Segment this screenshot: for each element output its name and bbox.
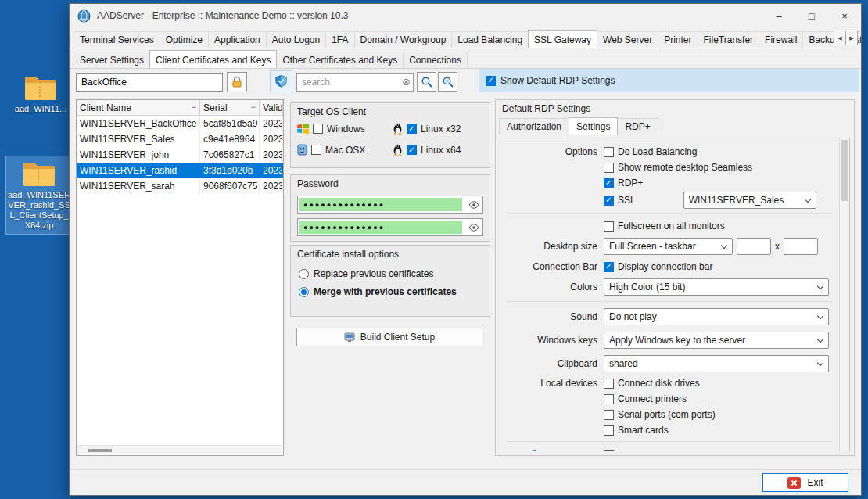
show-default-rdp-checkbox[interactable] [486, 76, 496, 86]
sound-select[interactable]: Do not play [604, 308, 829, 325]
option-fullscreen-all-monitors[interactable]: Fullscreen on all monitors [604, 221, 832, 232]
option-themes[interactable]: Themes [604, 449, 832, 451]
tab-connections[interactable]: Connections [403, 52, 468, 68]
seamless-checkbox[interactable] [604, 163, 614, 173]
titlebar[interactable]: AADServer - Enterprise :: Maintenance De… [70, 4, 861, 27]
lock-button[interactable] [227, 72, 247, 92]
option-connect-disk-drives[interactable]: Connect disk drives [604, 378, 832, 389]
size-width-input[interactable] [737, 238, 771, 255]
tab-optimize[interactable]: Optimize [160, 31, 209, 48]
show-password-button[interactable] [464, 219, 482, 235]
tab-1fa[interactable]: 1FA [325, 31, 354, 48]
column-header-valid[interactable]: Valid ≡ [260, 100, 283, 115]
password-field-1[interactable]: ●●●●●●●●●●●●●● [297, 196, 483, 214]
size-height-input[interactable] [784, 238, 818, 255]
display-connection-bar-checkbox[interactable] [604, 262, 614, 272]
mac-osx-checkbox[interactable] [311, 145, 321, 155]
build-client-setup-button[interactable]: Build Client Setup [296, 328, 482, 346]
option-seamless[interactable]: Show remote desktop Seamless [604, 162, 832, 173]
themes-checkbox[interactable] [604, 450, 614, 452]
tab-scroll-left-button[interactable]: ◀ [834, 31, 846, 45]
table-row[interactable]: WIN11SERVER_BackOffice 5caf851d5a9 2023- [77, 116, 283, 131]
connect-printers-checkbox[interactable] [604, 394, 614, 404]
desktop-shortcut-zip-1[interactable]: aad_WIN11... [11, 70, 70, 117]
colors-select[interactable]: High Color (15 bit) [604, 278, 829, 296]
do-load-balancing-checkbox[interactable] [604, 147, 614, 157]
client-name-input[interactable] [76, 73, 223, 92]
vertical-scrollbar[interactable] [839, 138, 849, 451]
connect-disk-drives-checkbox[interactable] [604, 379, 614, 389]
tab-ssl-gateway[interactable]: SSL Gateway [528, 30, 597, 48]
tab-client-certificates[interactable]: Client Certificates and Keys [149, 50, 277, 68]
tab-load-balancing[interactable]: Load Balancing [451, 31, 529, 48]
tab-printer[interactable]: Printer [658, 31, 698, 48]
password-field-2[interactable]: ●●●●●●●●●●●●●● [297, 218, 483, 236]
table-row[interactable]: WIN11SERVER_john 7c065827c1 2023- [77, 147, 283, 163]
ssl-certificate-select[interactable]: WIN11SERVER_Sales [683, 192, 816, 209]
option-smart-cards[interactable]: Smart cards [604, 425, 832, 436]
windows-keys-select[interactable]: Apply Windows key to the server [604, 332, 829, 349]
certificate-shield-button[interactable] [270, 70, 292, 92]
linux-x64-checkbox[interactable] [407, 145, 417, 155]
table-row[interactable]: WIN11SERVER_Sales c9e41e8964 2023- [77, 131, 283, 147]
desktop-shortcut-zip-2[interactable]: aad_WIN11SERVER_rashid_SSL_ClientSetup_X… [6, 156, 72, 234]
windows-checkbox[interactable] [313, 124, 323, 134]
os-option-linux-x64[interactable]: Linux x64 [393, 144, 490, 156]
tab-server-settings[interactable]: Server Settings [74, 52, 150, 68]
tab-domain-workgroup[interactable]: Domain / Workgroup [354, 31, 453, 48]
performance-radio[interactable] [529, 450, 540, 452]
tab-settings[interactable]: Settings [569, 117, 618, 135]
option-ssl[interactable]: SSL WIN11SERVER_Sales [604, 192, 832, 209]
option-connect-printers[interactable]: Connect printers [604, 393, 832, 404]
option-do-load-balancing[interactable]: Do Load Balancing [604, 146, 832, 157]
horizontal-scrollbar-thumb[interactable] [88, 449, 112, 452]
horizontal-scrollbar[interactable] [77, 445, 282, 454]
maximize-button[interactable]: □ [795, 4, 828, 27]
os-option-linux-x32[interactable]: Linux x32 [393, 123, 490, 135]
tab-auto-logon[interactable]: Auto Logon [266, 31, 326, 48]
smart-cards-checkbox[interactable] [604, 425, 614, 436]
tab-other-certificates[interactable]: Other Certificates and Keys [276, 52, 404, 68]
sort-icon[interactable]: ≡ [249, 103, 256, 112]
tab-filetransfer[interactable]: FileTransfer [698, 31, 760, 48]
search-button[interactable] [417, 72, 436, 92]
radio-merge-certificates[interactable]: Merge with previous certificates [299, 286, 490, 297]
option-rdp-plus[interactable]: RDP+ [604, 178, 832, 188]
column-header-serial[interactable]: Serial ≡ [200, 100, 260, 115]
close-button[interactable]: × [828, 4, 861, 27]
fullscreen-checkbox[interactable] [604, 221, 614, 232]
ssl-checkbox[interactable] [604, 196, 614, 206]
exit-button[interactable]: Exit [762, 473, 848, 492]
tab-firewall[interactable]: Firewall [759, 31, 803, 48]
os-option-mac-osx[interactable]: Mac OSX [297, 144, 393, 156]
table-row-selected[interactable]: WIN11SERVER_rashid 3f3d1d020b 2023- [77, 163, 283, 178]
password-confirm-value[interactable]: ●●●●●●●●●●●●●● [299, 221, 462, 234]
column-header-client-name[interactable]: Client Name ≡ [77, 100, 200, 115]
option-performance[interactable]: Performance [500, 449, 604, 451]
sort-icon[interactable]: ≡ [189, 103, 196, 112]
radio-replace-certificates[interactable]: Replace previous certificates [299, 268, 490, 279]
password-value[interactable]: ●●●●●●●●●●●●●● [299, 198, 462, 211]
option-display-connection-bar[interactable]: Display connection bar [604, 261, 832, 272]
table-row[interactable]: WIN11SERVER_sarah 9068f607c75 2023- [77, 178, 283, 194]
tab-web-server[interactable]: Web Server [597, 31, 658, 48]
radio-button[interactable] [299, 287, 309, 297]
tab-rdp-plus[interactable]: RDP+ [617, 118, 658, 135]
tab-application[interactable]: Application [208, 31, 267, 48]
serial-ports-checkbox[interactable] [604, 410, 614, 420]
rdp-plus-checkbox[interactable] [604, 178, 614, 188]
search-input[interactable] [296, 73, 414, 92]
minimize-button[interactable]: – [762, 4, 795, 27]
linux-x32-checkbox[interactable] [407, 124, 417, 134]
tab-authorization[interactable]: Authorization [499, 118, 569, 135]
tab-terminal-services[interactable]: Terminal Services [74, 31, 160, 48]
option-serial-ports[interactable]: Serial ports (com ports) [604, 409, 832, 420]
radio-button[interactable] [299, 269, 309, 279]
show-password-button[interactable] [464, 196, 482, 213]
os-option-windows[interactable]: Windows [297, 123, 393, 135]
clear-search-icon[interactable]: ⊗ [402, 76, 411, 88]
search-advanced-button[interactable] [438, 72, 457, 92]
vertical-scrollbar-thumb[interactable] [841, 140, 848, 201]
tab-scroll-right-button[interactable]: ▶ [845, 31, 858, 45]
clipboard-select[interactable]: shared [604, 355, 829, 372]
